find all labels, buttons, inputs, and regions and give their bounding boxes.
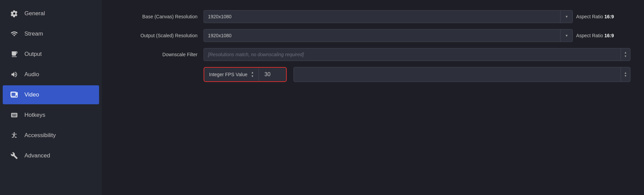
sidebar-item-accessibility[interactable]: Accessibility xyxy=(3,126,99,145)
sidebar-item-audio-label: Audio xyxy=(24,71,39,78)
sidebar-item-hotkeys-label: Hotkeys xyxy=(24,112,45,118)
video-icon xyxy=(10,90,19,100)
sidebar-item-output[interactable]: Output xyxy=(3,45,99,64)
sidebar-item-advanced-label: Advanced xyxy=(24,152,50,159)
output-aspect-ratio-text: Aspect Ratio xyxy=(576,33,604,38)
output-resolution-value: 1920x1080 xyxy=(204,33,560,38)
main-content: Base (Canvas) Resolution 1920x1080 ▾ Asp… xyxy=(102,0,644,195)
downscale-filter-label: Downscale Filter xyxy=(115,52,204,57)
advanced-icon xyxy=(10,151,19,160)
sidebar-item-stream-label: Stream xyxy=(24,30,43,37)
stream-icon xyxy=(10,29,19,39)
base-resolution-dropdown[interactable]: 1920x1080 ▾ xyxy=(204,10,573,23)
output-aspect-ratio-value: 16:9 xyxy=(604,33,614,38)
sidebar-item-stream[interactable]: Stream xyxy=(3,24,99,43)
fps-spin-arrows[interactable]: ▲ ▼ xyxy=(251,71,254,78)
base-aspect-ratio-text: Aspect Ratio xyxy=(576,14,604,19)
base-aspect-ratio-value: 16:9 xyxy=(604,14,614,19)
gear-icon xyxy=(10,9,19,18)
audio-icon xyxy=(10,70,19,79)
downscale-spin-down[interactable]: ▼ xyxy=(624,55,627,58)
base-resolution-value: 1920x1080 xyxy=(204,14,560,19)
fps-label-section: Integer FPS Value ▲ ▼ xyxy=(204,68,259,81)
base-resolution-label: Base (Canvas) Resolution xyxy=(115,14,204,19)
svg-rect-2 xyxy=(11,92,16,96)
fps-row: Integer FPS Value ▲ ▼ 30 ▲ ▼ xyxy=(115,67,630,82)
fps-value[interactable]: 30 xyxy=(259,68,286,81)
sidebar-item-general-label: General xyxy=(24,10,45,17)
hotkeys-icon xyxy=(10,110,19,120)
fps-control: Integer FPS Value ▲ ▼ 30 ▲ ▼ xyxy=(204,67,630,82)
base-resolution-dropdown-arrow[interactable]: ▾ xyxy=(560,10,572,23)
sidebar-item-video[interactable]: Video xyxy=(3,85,99,104)
output-resolution-dropdown-arrow[interactable]: ▾ xyxy=(560,29,572,42)
base-resolution-control: 1920x1080 ▾ Aspect Ratio 16:9 xyxy=(204,10,630,23)
downscale-filter-dropdown[interactable]: [Resolutions match, no downscaling requi… xyxy=(204,48,630,61)
sidebar-item-audio[interactable]: Audio xyxy=(3,65,99,84)
downscale-filter-row: Downscale Filter [Resolutions match, no … xyxy=(115,48,630,61)
sidebar-item-video-label: Video xyxy=(24,91,39,98)
fps-common-spin-down[interactable]: ▼ xyxy=(624,74,627,78)
fps-spin-down[interactable]: ▼ xyxy=(251,75,254,78)
sidebar-item-advanced[interactable]: Advanced xyxy=(3,146,99,165)
downscale-filter-control: [Resolutions match, no downscaling requi… xyxy=(204,48,630,61)
sidebar-item-general[interactable]: General xyxy=(3,4,99,23)
sidebar-item-output-label: Output xyxy=(24,51,42,58)
sidebar: General Stream Output Audio xyxy=(0,0,102,195)
output-resolution-control: 1920x1080 ▾ Aspect Ratio 16:9 xyxy=(204,29,630,42)
downscale-filter-spinners[interactable]: ▲ ▼ xyxy=(621,48,630,61)
fps-spin-up[interactable]: ▲ xyxy=(251,71,254,74)
fps-common-dropdown[interactable]: ▲ ▼ xyxy=(293,67,630,82)
sidebar-item-accessibility-label: Accessibility xyxy=(24,132,56,139)
fps-common-spin[interactable]: ▲ ▼ xyxy=(621,67,630,82)
output-resolution-label: Output (Scaled) Resolution xyxy=(115,33,204,38)
downscale-filter-value: [Resolutions match, no downscaling requi… xyxy=(204,52,621,57)
output-icon xyxy=(10,49,19,59)
base-resolution-row: Base (Canvas) Resolution 1920x1080 ▾ Asp… xyxy=(115,10,630,23)
output-aspect-ratio: Aspect Ratio 16:9 xyxy=(576,33,630,38)
sidebar-item-hotkeys[interactable]: Hotkeys xyxy=(3,106,99,125)
fps-label: Integer FPS Value xyxy=(209,72,247,77)
fps-input-group: Integer FPS Value ▲ ▼ 30 xyxy=(204,67,287,82)
accessibility-icon xyxy=(10,131,19,140)
svg-point-3 xyxy=(14,132,15,134)
base-aspect-ratio: Aspect Ratio 16:9 xyxy=(576,14,630,19)
output-resolution-dropdown[interactable]: 1920x1080 ▾ xyxy=(204,29,573,42)
downscale-spin-up[interactable]: ▲ xyxy=(624,51,627,55)
output-resolution-row: Output (Scaled) Resolution 1920x1080 ▾ A… xyxy=(115,29,630,42)
